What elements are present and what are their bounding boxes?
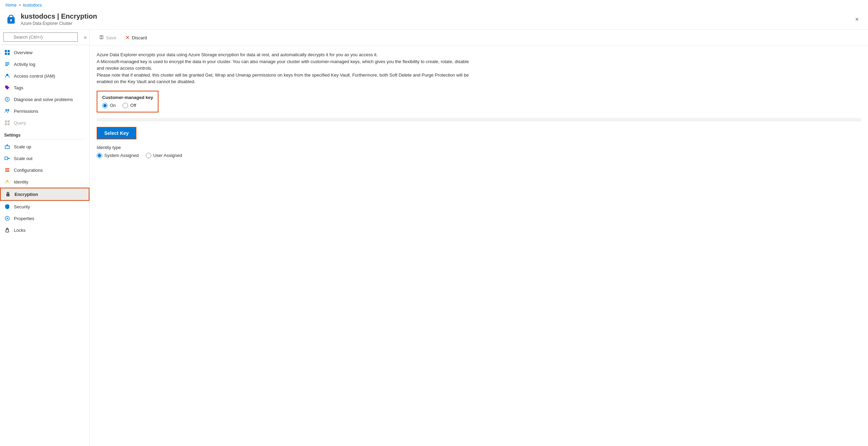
svg-rect-7 [5, 62, 9, 63]
description-line1: Azure Data Explorer encrypts your data u… [97, 51, 476, 58]
sidebar-item-tags[interactable]: Tags [0, 82, 89, 93]
sidebar-item-query-label: Query [14, 120, 26, 126]
svg-rect-20 [5, 146, 9, 149]
sidebar-item-access-control[interactable]: Access control (IAM) [0, 70, 89, 82]
select-key-button[interactable]: Select Key [97, 127, 136, 139]
system-assigned-label: System Assigned [104, 153, 139, 158]
security-icon [4, 204, 10, 210]
customer-managed-key-radio-group: On Off [102, 103, 153, 108]
sidebar-item-diagnose[interactable]: Diagnose and solve problems [0, 93, 89, 105]
search-input[interactable] [3, 32, 78, 42]
sidebar-item-query: Query [0, 117, 89, 129]
sidebar-item-overview[interactable]: Overview [0, 47, 89, 58]
svg-rect-9 [5, 65, 8, 66]
cmk-off-radio[interactable] [123, 103, 128, 108]
toolbar: Save ✕ Discard [90, 30, 868, 46]
system-assigned-option[interactable]: System Assigned [97, 153, 139, 158]
sidebar-item-overview-label: Overview [14, 50, 32, 55]
svg-rect-31 [6, 230, 9, 232]
sidebar-item-access-control-label: Access control (IAM) [14, 73, 55, 79]
svg-rect-19 [8, 123, 10, 125]
scale-out-icon [4, 155, 10, 161]
permissions-icon [4, 108, 10, 114]
identity-type-label: Identity type [97, 145, 861, 150]
discard-button[interactable]: ✕ Discard [122, 32, 151, 43]
description-line3: Please note that if enabled, this cluste… [97, 72, 476, 85]
overview-icon [4, 49, 10, 56]
sidebar-item-locks[interactable]: Locks [0, 224, 89, 236]
breadcrumb: Home > kustodocs [0, 0, 868, 10]
discard-label: Discard [132, 35, 147, 40]
svg-rect-24 [5, 170, 9, 170]
svg-rect-34 [100, 38, 103, 39]
sidebar-item-properties[interactable]: Properties [0, 212, 89, 224]
search-box: 🔍 [0, 30, 81, 45]
sidebar-nav: Overview Activity log Access control (IA… [0, 45, 89, 446]
sidebar-item-security-label: Security [14, 204, 30, 209]
svg-rect-28 [8, 195, 8, 196]
save-button[interactable]: Save [95, 33, 120, 43]
identity-icon [4, 179, 10, 185]
page-header: kustodocs | Encryption Azure Data Explor… [0, 10, 868, 30]
svg-rect-8 [5, 64, 9, 65]
header-text: kustodocs | Encryption Azure Data Explor… [21, 12, 97, 26]
user-assigned-option[interactable]: User Assigned [146, 153, 182, 158]
user-assigned-radio[interactable] [146, 153, 151, 158]
sidebar-item-permissions[interactable]: Permissions [0, 105, 89, 117]
close-button[interactable]: × [851, 14, 862, 25]
sidebar-item-scale-up-label: Scale up [14, 144, 31, 149]
configurations-icon [4, 167, 10, 173]
sidebar-item-configurations[interactable]: Configurations [0, 164, 89, 176]
customer-managed-key-box: Customer-managed key On Off [97, 91, 158, 112]
system-assigned-radio[interactable] [97, 153, 102, 158]
svg-rect-21 [5, 157, 8, 160]
resource-icon [6, 14, 17, 26]
svg-point-14 [6, 109, 7, 111]
diagnose-icon [4, 96, 10, 102]
encryption-icon [5, 191, 11, 197]
cmk-on-label: On [110, 103, 116, 108]
sidebar-item-encryption-label: Encryption [15, 192, 38, 197]
cmk-on-radio[interactable] [102, 103, 108, 108]
svg-rect-6 [8, 53, 10, 55]
cmk-on-option[interactable]: On [102, 103, 116, 108]
page-subtitle: Azure Data Explorer Cluster [21, 21, 97, 26]
sidebar-item-tags-label: Tags [14, 85, 23, 90]
customer-managed-key-label: Customer-managed key [102, 95, 153, 100]
breadcrumb-separator: > [19, 3, 21, 8]
identity-type-radio-group: System Assigned User Assigned [97, 153, 861, 158]
sidebar-item-permissions-label: Permissions [14, 109, 38, 114]
sidebar-item-activity-log[interactable]: Activity log [0, 58, 89, 70]
save-label: Save [106, 35, 116, 40]
user-assigned-label: User Assigned [153, 153, 182, 158]
sidebar-item-scale-out[interactable]: Scale out [0, 152, 89, 164]
sidebar-item-properties-label: Properties [14, 216, 34, 221]
access-control-icon [4, 73, 10, 79]
save-icon [99, 35, 104, 41]
properties-icon [4, 215, 10, 221]
settings-section-label: Settings [0, 129, 89, 139]
svg-point-15 [8, 109, 9, 111]
sidebar-item-scale-out-label: Scale out [14, 156, 32, 161]
description: Azure Data Explorer encrypts your data u… [97, 51, 476, 85]
svg-rect-2 [10, 19, 12, 21]
svg-rect-23 [5, 168, 9, 169]
svg-rect-16 [5, 120, 7, 122]
main-layout: 🔍 « Overview Activity log [0, 30, 868, 446]
locks-icon [4, 227, 10, 233]
sidebar-item-scale-up[interactable]: Scale up [0, 141, 89, 152]
cmk-off-option[interactable]: Off [123, 103, 136, 108]
svg-rect-4 [8, 50, 10, 52]
sidebar-item-encryption[interactable]: Encryption [0, 188, 89, 201]
page-title: kustodocs | Encryption [21, 12, 97, 20]
breadcrumb-home[interactable]: Home [6, 3, 17, 8]
breadcrumb-current[interactable]: kustodocs [23, 3, 42, 8]
tags-icon [4, 85, 10, 91]
query-icon [4, 120, 10, 126]
sidebar-item-identity[interactable]: Identity [0, 176, 89, 188]
sidebar-item-identity-label: Identity [14, 179, 28, 185]
sidebar-item-activity-log-label: Activity log [14, 62, 35, 67]
sidebar-item-locks-label: Locks [14, 228, 26, 233]
sidebar-item-security[interactable]: Security [0, 201, 89, 212]
collapse-sidebar-button[interactable]: « [81, 33, 89, 41]
